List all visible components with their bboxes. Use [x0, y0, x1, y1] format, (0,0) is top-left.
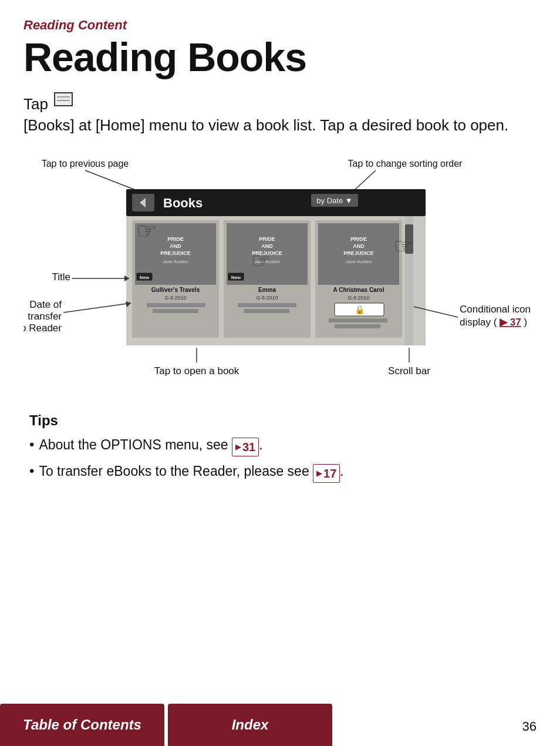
- svg-text:A Christmas Carol: A Christmas Carol: [333, 287, 384, 293]
- section-label: Reading Content: [23, 18, 537, 33]
- svg-text:Books: Books: [163, 196, 203, 210]
- tip-2-link[interactable]: ▶ 17: [313, 464, 340, 483]
- svg-text:Jane Austen: Jane Austen: [163, 259, 188, 264]
- svg-text:PRIDE: PRIDE: [259, 236, 275, 242]
- svg-text:G·8·2010: G·8·2010: [348, 295, 369, 301]
- svg-line-1: [352, 170, 376, 192]
- tips-section: Tips • About the OPTIONS menu, see ▶ 31 …: [23, 412, 537, 483]
- books-icon: [54, 92, 73, 106]
- svg-text:PREJUDICE: PREJUDICE: [343, 250, 374, 256]
- tip-item-2: • To transfer eBooks to the Reader, plea…: [29, 461, 531, 483]
- tip-1-text: About the OPTIONS menu, see ▶ 31 .: [39, 435, 262, 456]
- svg-text:New: New: [231, 275, 241, 280]
- ref-arrow-2-icon: ▶: [316, 469, 322, 479]
- svg-text:PREJUDICE: PREJUDICE: [160, 250, 191, 256]
- svg-text:by Date ▼: by Date ▼: [316, 196, 352, 205]
- page-number: 36: [522, 719, 537, 734]
- tip-1-link[interactable]: ▶ 31: [232, 438, 259, 456]
- svg-rect-19: [147, 303, 205, 307]
- svg-text:☞: ☞: [393, 234, 413, 258]
- svg-text:PRIDE: PRIDE: [350, 236, 367, 242]
- tips-title: Tips: [29, 412, 531, 429]
- svg-text:New: New: [140, 275, 150, 280]
- intro-text: Tap [Books] at [Home] menu to view a boo…: [23, 93, 537, 136]
- svg-text:Date of: Date of: [29, 299, 62, 310]
- diagram-area: Tap to previous page Tap to change sorti…: [23, 154, 540, 401]
- svg-text:☞: ☞: [251, 248, 271, 273]
- svg-text:AND: AND: [353, 243, 365, 249]
- svg-rect-43: [329, 318, 387, 322]
- callout-bottom-left-label: Tap to open a book: [154, 365, 239, 377]
- svg-text:display (
        ▶ 37
       : display ( ▶ 37 ): [460, 317, 527, 328]
- ref-arrow-icon: ▶: [235, 442, 241, 452]
- callout-top-right-label: Tap to change sorting order: [348, 159, 463, 169]
- svg-text:Jane Austen: Jane Austen: [346, 259, 372, 264]
- svg-rect-31: [238, 303, 296, 307]
- svg-text:transfer: transfer: [28, 311, 62, 322]
- tip-2-text: To transfer eBooks to the Reader, please…: [39, 462, 343, 483]
- svg-text:Emma: Emma: [258, 287, 276, 293]
- toc-button[interactable]: Table of Contents: [0, 704, 164, 746]
- svg-rect-32: [244, 309, 289, 313]
- svg-text:G·8·2010: G·8·2010: [164, 295, 186, 301]
- svg-text:G·8·2010: G·8·2010: [256, 295, 278, 301]
- svg-text:Gulliver's Travels: Gulliver's Travels: [151, 287, 200, 293]
- tip-item-1: • About the OPTIONS menu, see ▶ 31 .: [29, 435, 531, 456]
- svg-text:to Reader: to Reader: [23, 322, 62, 334]
- svg-rect-20: [153, 309, 198, 313]
- callout-bottom-right-label: Scroll bar: [388, 365, 430, 377]
- title-callout-label: Title: [52, 271, 71, 283]
- svg-line-0: [85, 170, 141, 192]
- tips-list: • About the OPTIONS menu, see ▶ 31 . • T…: [29, 435, 531, 483]
- bullet-1: •: [29, 435, 34, 455]
- svg-line-55: [63, 303, 131, 312]
- page-title: Reading Books: [23, 35, 537, 79]
- callout-top-left-label: Tap to previous page: [42, 159, 129, 169]
- svg-text:PRIDE: PRIDE: [167, 236, 184, 242]
- svg-text:Conditional icon: Conditional icon: [460, 304, 531, 315]
- svg-text:☞: ☞: [136, 218, 157, 244]
- svg-text:AND: AND: [170, 243, 181, 249]
- bottom-nav: Table of Contents Index: [0, 704, 560, 746]
- svg-rect-44: [335, 324, 380, 328]
- index-button[interactable]: Index: [168, 704, 332, 746]
- svg-text:🔒: 🔒: [355, 305, 365, 315]
- bullet-2: •: [29, 461, 34, 481]
